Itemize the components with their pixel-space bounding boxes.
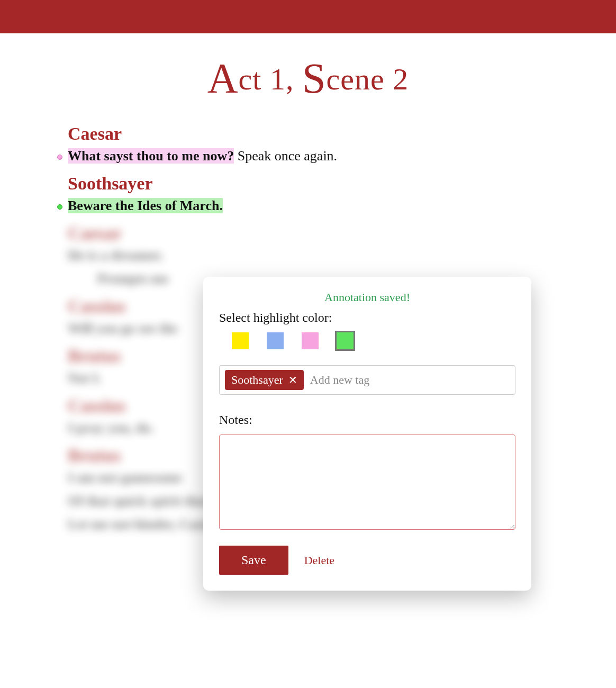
color-swatch-blue[interactable] [267, 332, 284, 349]
highlighted-text[interactable]: Beware the Ides of March. [68, 198, 223, 213]
saved-status-message: Annotation saved! [219, 291, 515, 304]
speaker-name: Caesar [55, 124, 561, 144]
delete-button[interactable]: Delete [301, 553, 338, 568]
annotation-popup: Annotation saved! Select highlight color… [203, 277, 531, 591]
app-topbar [0, 0, 616, 33]
script-line[interactable]: Beware the Ides of March. [55, 198, 561, 214]
highlighted-text[interactable]: What sayst thou to me now? [68, 148, 234, 164]
color-swatch-row [219, 332, 515, 349]
annotation-dot-icon[interactable] [57, 204, 62, 210]
script-line[interactable]: What sayst thou to me now? Speak once ag… [55, 148, 561, 164]
tag-input-row[interactable]: Soothsayer ✕ [219, 365, 515, 395]
tag-chip-label: Soothsayer [231, 373, 283, 387]
add-tag-input[interactable] [309, 373, 510, 387]
save-button[interactable]: Save [219, 546, 288, 575]
notes-label: Notes: [219, 413, 515, 427]
annotation-dot-icon[interactable] [57, 155, 62, 160]
color-swatch-yellow[interactable] [232, 332, 249, 349]
select-color-label: Select highlight color: [219, 311, 515, 325]
notes-textarea[interactable] [219, 434, 515, 530]
popup-button-row: Save Delete [219, 546, 515, 575]
color-swatch-green[interactable] [337, 332, 354, 349]
scene-title: Act 1, Scene 2 [55, 55, 561, 103]
color-swatch-pink[interactable] [302, 332, 319, 349]
line-text: Speak once again. [234, 148, 337, 164]
speaker-name: Soothsayer [55, 174, 561, 194]
page-content: Act 1, Scene 2 Caesar What sayst thou to… [34, 33, 582, 646]
tag-chip: Soothsayer ✕ [225, 370, 304, 390]
remove-tag-icon[interactable]: ✕ [288, 375, 297, 385]
